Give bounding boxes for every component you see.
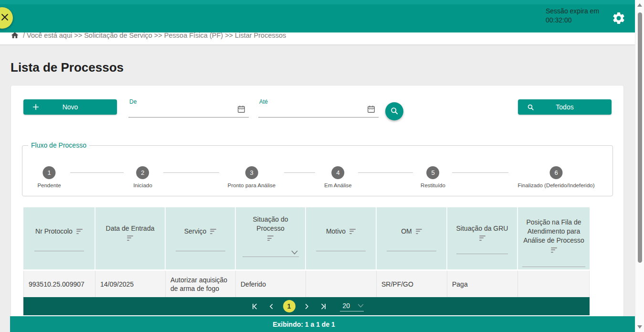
- sort-icon[interactable]: [210, 229, 216, 234]
- cell-servico: Autorizar aquisição de arma de fogo: [166, 271, 236, 297]
- step-connector: [452, 172, 508, 173]
- page-size-value: 20: [343, 302, 350, 310]
- breadcrumb: / Você está aqui >> Solicitação de Servi…: [0, 32, 635, 45]
- cell-data-de-entrada: 14/09/2025: [95, 271, 166, 297]
- search-button[interactable]: [385, 102, 403, 120]
- table-header-nr-protocolo: Nr Protocolo: [23, 207, 95, 269]
- step-connector: [358, 172, 413, 173]
- sort-icon[interactable]: [267, 236, 274, 241]
- process-flow-legend: Fluxo de Processo: [28, 141, 89, 149]
- process-flow-fieldset: Fluxo de Processo 1 Pendente 2 Iniciado …: [22, 141, 613, 196]
- column-title: Situação da GRU: [456, 224, 508, 233]
- current-page-badge[interactable]: 1: [283, 300, 296, 312]
- content-card: Novo De Até: [11, 85, 624, 332]
- column-title: Nr Protocolo: [35, 227, 73, 236]
- results-summary-bar: Exibindo: 1 a 1 de 1: [10, 316, 636, 332]
- flow-step-pendente: 1 Pendente: [37, 166, 61, 188]
- previous-page-button[interactable]: [266, 301, 277, 311]
- step-number-badge: 5: [427, 166, 440, 179]
- flow-step-pronto-para-analise: 3 Pronto para Análise: [228, 166, 275, 188]
- page-size-select[interactable]: 20: [340, 301, 364, 311]
- last-page-icon: [319, 302, 327, 311]
- first-page-button[interactable]: [250, 301, 260, 311]
- step-label: Iniciado: [133, 182, 152, 188]
- step-connector: [70, 172, 124, 173]
- date-from-label: De: [129, 98, 137, 105]
- column-filter-input[interactable]: [34, 251, 84, 251]
- column-title: Motivo: [326, 227, 346, 236]
- table-row[interactable]: 993510.25.009907 14/09/2025 Autorizar aq…: [23, 271, 590, 297]
- chevron-down-icon: [358, 304, 364, 308]
- sort-icon[interactable]: [551, 247, 557, 253]
- column-title: OM: [401, 227, 412, 236]
- column-title: Data de Entrada: [106, 224, 155, 233]
- table-header-om: OM: [377, 207, 447, 269]
- date-to-label: Até: [259, 98, 268, 105]
- first-page-icon: [251, 302, 259, 311]
- flow-step-restituido: 5 Restituído: [421, 166, 445, 188]
- calendar-icon[interactable]: [367, 105, 376, 116]
- step-label: Pronto para Análise: [228, 182, 275, 188]
- step-connector: [284, 172, 315, 173]
- sort-icon[interactable]: [479, 236, 486, 241]
- sort-icon[interactable]: [127, 236, 133, 241]
- sort-icon[interactable]: [76, 229, 83, 234]
- step-label: Finalizado (Deferido/Indeferido): [517, 182, 594, 188]
- session-expiry-label: Sessão expira em: [546, 7, 599, 16]
- next-page-button[interactable]: [302, 301, 312, 311]
- todos-button[interactable]: Todos: [518, 99, 612, 115]
- sort-icon[interactable]: [416, 229, 422, 234]
- column-filter-input[interactable]: [316, 251, 366, 251]
- chevron-right-icon: [303, 303, 310, 310]
- date-to-input[interactable]: [258, 107, 379, 118]
- scroll-up-arrow-icon[interactable]: [637, 3, 642, 7]
- column-filter-select[interactable]: [243, 247, 299, 257]
- step-label: Em Análise: [324, 182, 352, 188]
- close-icon: [0, 12, 10, 23]
- settings-button[interactable]: [611, 11, 626, 26]
- pagination-bar: 1 20: [23, 297, 590, 315]
- sort-icon[interactable]: [349, 229, 356, 234]
- column-filter-input[interactable]: [456, 254, 508, 254]
- column-title: Situação do Processo: [245, 215, 296, 233]
- novo-button[interactable]: Novo: [23, 99, 117, 115]
- todos-button-label: Todos: [518, 103, 612, 111]
- column-filter-input[interactable]: [387, 251, 436, 251]
- flow-step-finalizado: 6 Finalizado (Deferido/Indeferido): [517, 166, 594, 188]
- date-from-input[interactable]: [128, 107, 249, 118]
- results-summary-text: Exibindo: 1 a 1 de 1: [10, 321, 636, 328]
- step-number-badge: 2: [136, 166, 149, 179]
- novo-button-label: Novo: [23, 103, 117, 111]
- cell-om: SR/PF/GO: [377, 271, 447, 297]
- calendar-icon[interactable]: [237, 105, 246, 116]
- column-filter-input[interactable]: [522, 267, 585, 267]
- date-from-field: De: [128, 98, 249, 118]
- breadcrumb-text: / Você está aqui >> Solicitação de Servi…: [23, 32, 286, 39]
- step-number-badge: 4: [332, 166, 345, 179]
- date-to-field: Até: [258, 98, 379, 118]
- table-header-posicao-na-fila: Posição na Fila de Atendimento para Anál…: [518, 207, 590, 269]
- page-title: Lista de Processos: [11, 60, 124, 75]
- column-filter-input[interactable]: [176, 251, 225, 251]
- magnifier-icon: [390, 106, 399, 117]
- scroll-down-arrow-icon[interactable]: [637, 325, 642, 329]
- home-icon[interactable]: [11, 32, 19, 42]
- step-connector: [163, 172, 219, 173]
- column-title: Posição na Fila de Atendimento para Anál…: [522, 218, 586, 245]
- cell-posicao-na-fila: [518, 271, 590, 297]
- vertical-scrollbar[interactable]: [635, 0, 644, 332]
- cell-situacao-do-processo: Deferido: [236, 271, 306, 297]
- last-page-button[interactable]: [318, 301, 329, 311]
- cell-motivo: [306, 271, 377, 297]
- table-header-situacao-da-gru: Situação da GRU: [447, 207, 518, 269]
- chevron-left-icon: [268, 303, 275, 310]
- step-label: Restituído: [421, 182, 445, 188]
- chevron-down-icon: [291, 250, 298, 255]
- cell-nr-protocolo: 993510.25.009907: [23, 271, 95, 297]
- step-number-badge: 1: [43, 166, 56, 179]
- table-header-motivo: Motivo: [306, 207, 377, 269]
- step-label: Pendente: [37, 182, 61, 188]
- step-number-badge: 6: [550, 166, 563, 179]
- table-header-servico: Serviço: [166, 207, 236, 269]
- scrollbar-thumb[interactable]: [638, 12, 642, 263]
